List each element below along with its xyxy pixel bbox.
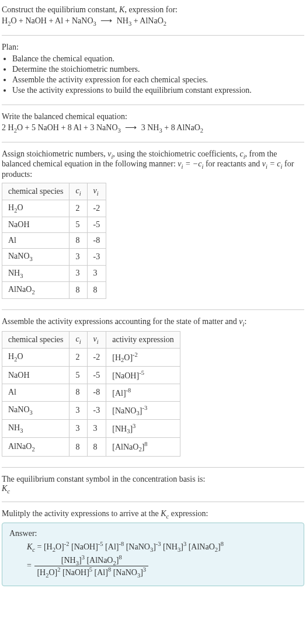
table-row: NaNO33-3 xyxy=(2,248,106,265)
table-row: Al8-8[Al]-8 xyxy=(2,384,180,401)
cell-nui: -5 xyxy=(87,217,106,232)
c-i-symbol: ci xyxy=(239,149,245,158)
table-row: Al8-8 xyxy=(2,232,106,248)
cell-species: H2O xyxy=(2,348,69,366)
balanced-lhs: 2 H2O + 5 NaOH + 8 Al + 3 NaNO3 xyxy=(2,123,121,132)
cell-nui: -2 xyxy=(87,348,106,366)
table-row: NH333[NH3]3 xyxy=(2,419,180,437)
divider xyxy=(2,502,304,502)
eq-lhs: H2O + NaOH + Al + NaNO3 xyxy=(2,16,96,25)
divider xyxy=(2,142,304,142)
cell-nui: 8 xyxy=(87,438,106,456)
table-row: H2O2-2 xyxy=(2,200,106,217)
cell-ci: 8 xyxy=(69,438,87,456)
divider xyxy=(2,309,304,310)
cell-nui: -2 xyxy=(87,200,106,217)
cell-ci: 2 xyxy=(69,200,87,217)
cell-nui: 3 xyxy=(87,419,106,437)
multiply-section: Mulitply the activity expressions to arr… xyxy=(2,506,304,593)
balanced-section: Write the balanced chemical equation: 2 … xyxy=(2,109,304,138)
kc-symbol: Kc xyxy=(161,509,169,518)
table-header-row: chemical species ci νi xyxy=(2,183,106,200)
multiply-text-a: Mulitply the activity expressions to arr… xyxy=(2,509,161,518)
cell-nui: -3 xyxy=(87,401,106,419)
cell-ci: 8 xyxy=(69,232,87,248)
table-row: NH333 xyxy=(2,265,106,282)
col-nui: νi xyxy=(87,183,106,200)
plan-item: Use the activity expressions to build th… xyxy=(12,86,304,95)
multiply-text-b: expression: xyxy=(169,509,208,518)
fraction-denominator: [H2O]2 [NaOH]5 [Al]8 [NaNO3]3 xyxy=(34,566,148,578)
cell-ci: 3 xyxy=(69,265,87,282)
intro-section: Construct the equilibrium constant, K, e… xyxy=(2,2,304,32)
stoich-table: chemical species ci νi H2O2-2 NaOH5-5 Al… xyxy=(2,183,106,299)
assemble-text-b: : xyxy=(244,317,246,326)
cell-activity: [H2O]-2 xyxy=(106,348,180,366)
table-header-row: chemical species ci νi activity expressi… xyxy=(2,331,180,348)
kc-flat-expression: Kc = [H2O]-2 [NaOH]-5 [Al]-8 [NaNO3]-3 [… xyxy=(27,541,297,552)
cell-nui: 8 xyxy=(87,282,106,299)
cell-species: AlNaO2 xyxy=(2,282,69,299)
col-nui: νi xyxy=(87,331,106,348)
assign-text-d: for reactants and xyxy=(203,159,262,168)
table-row: H2O2-2[H2O]-2 xyxy=(2,348,180,366)
divider xyxy=(2,105,304,105)
k-symbol: K xyxy=(119,5,124,14)
intro-equation: H2O + NaOH + Al + NaNO3 ⟶ NH3 + AlNaO2 xyxy=(2,15,304,28)
intro-text-b: , expression for: xyxy=(124,5,178,14)
cell-nui: 3 xyxy=(87,265,106,282)
cell-species: NH3 xyxy=(2,265,69,282)
activity-table: chemical species ci νi activity expressi… xyxy=(2,331,180,457)
divider xyxy=(2,467,304,468)
fraction: [NH3]3 [AlNaO2]8 [H2O]2 [NaOH]5 [Al]8 [N… xyxy=(34,554,148,579)
symbol-section: The equilibrium constant symbol in the c… xyxy=(2,471,304,498)
balanced-rhs: 3 NH3 + 8 AlNaO2 xyxy=(141,123,203,132)
col-activity: activity expression xyxy=(106,331,180,348)
cell-species: AlNaO2 xyxy=(2,438,69,456)
balanced-equation: 2 H2O + 5 NaOH + 8 Al + 3 NaNO3 ⟶ 3 NH3 … xyxy=(2,121,304,135)
plan-title: Plan: xyxy=(2,43,304,52)
cell-ci: 3 xyxy=(69,419,87,437)
answer-box: Answer: Kc = [H2O]-2 [NaOH]-5 [Al]-8 [Na… xyxy=(2,523,304,586)
cell-nui: -8 xyxy=(87,384,106,401)
cell-species: NaNO3 xyxy=(2,248,69,265)
fraction-numerator: [NH3]3 [AlNaO2]8 xyxy=(34,554,148,566)
kc-fraction-expression: = [NH3]3 [AlNaO2]8 [H2O]2 [NaOH]5 [Al]8 … xyxy=(27,554,297,579)
answer-label: Answer: xyxy=(9,529,297,538)
symbol-text: The equilibrium constant symbol in the c… xyxy=(2,475,304,484)
cell-nui: -8 xyxy=(87,232,106,248)
cell-ci: 3 xyxy=(69,248,87,265)
assemble-text: Assemble the activity expressions accoun… xyxy=(2,317,304,328)
assign-section: Assign stoichiometric numbers, νi, using… xyxy=(2,146,304,307)
assemble-section: Assemble the activity expressions accoun… xyxy=(2,314,304,464)
nu-i-symbol: νi xyxy=(107,149,113,158)
cell-activity: [NaOH]-5 xyxy=(106,367,180,384)
cell-ci: 8 xyxy=(69,282,87,299)
cell-species: NH3 xyxy=(2,419,69,437)
plan-item: Balance the chemical equation. xyxy=(12,54,304,64)
arrow-icon: ⟶ xyxy=(98,16,114,25)
assign-text-a: Assign stoichiometric numbers, xyxy=(2,149,107,158)
cell-species: Al xyxy=(2,232,69,248)
col-species: chemical species xyxy=(2,183,69,200)
cell-ci: 8 xyxy=(69,384,87,401)
cell-species: NaNO3 xyxy=(2,401,69,419)
assign-text: Assign stoichiometric numbers, νi, using… xyxy=(2,149,304,180)
arrow-icon: ⟶ xyxy=(123,123,139,132)
rel2: νi = ci xyxy=(262,159,283,168)
cell-activity: [Al]-8 xyxy=(106,384,180,401)
intro-text-a: Construct the equilibrium constant, xyxy=(2,5,119,14)
cell-nui: -3 xyxy=(87,248,106,265)
table-row: AlNaO288 xyxy=(2,282,106,299)
table-row: NaOH5-5[NaOH]-5 xyxy=(2,367,180,384)
cell-nui: -5 xyxy=(87,367,106,384)
cell-species: NaOH xyxy=(2,217,69,232)
eq-rhs: NH3 + AlNaO2 xyxy=(117,16,166,25)
kc-symbol: Kc xyxy=(2,484,304,495)
plan-list: Balance the chemical equation. Determine… xyxy=(2,54,304,95)
cell-ci: 5 xyxy=(69,367,87,384)
cell-species: H2O xyxy=(2,200,69,217)
cell-activity: [AlNaO2]8 xyxy=(106,438,180,456)
cell-ci: 3 xyxy=(69,401,87,419)
divider xyxy=(2,35,304,36)
